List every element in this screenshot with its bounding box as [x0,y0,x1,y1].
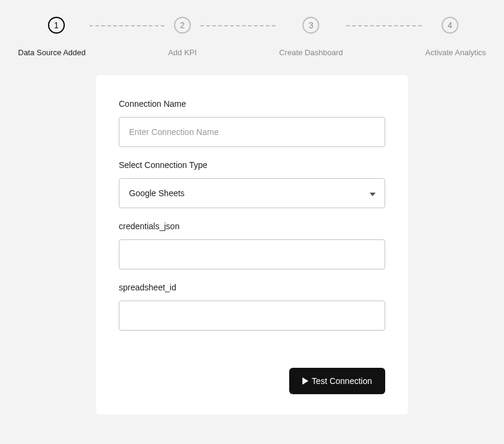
step-label-3: Create Dashboard [279,48,343,57]
step-circle-4: 4 [442,17,458,34]
form-actions: Test Connection [119,344,385,394]
connection-type-value: Google Sheets [129,188,185,198]
step-label-2: Add KPI [168,48,197,57]
connection-type-select[interactable]: Google Sheets [119,178,385,208]
field-connection-name: Connection Name [119,99,385,147]
step-connector [200,25,275,26]
step-connector [346,25,421,26]
step-label-4: Activate Analytics [425,48,486,57]
step-2: 2 Add KPI [168,17,197,57]
connection-name-input[interactable] [119,117,385,147]
credentials-json-label: credentials_json [119,221,385,231]
field-credentials-json: credentials_json [119,221,385,269]
connection-type-label: Select Connection Type [119,160,385,170]
play-icon [302,377,308,385]
step-connector [89,25,164,26]
form-card: Connection Name Select Connection Type G… [96,75,408,415]
step-4: 4 Activate Analytics [425,17,486,57]
connection-name-label: Connection Name [119,99,385,109]
credentials-json-input[interactable] [119,239,385,269]
step-circle-1: 1 [48,17,65,34]
stepper: 1 Data Source Added 2 Add KPI 3 Create D… [0,0,504,57]
step-circle-3: 3 [302,17,319,34]
spreadsheet-id-input[interactable] [119,301,385,331]
step-3: 3 Create Dashboard [279,17,343,57]
field-connection-type: Select Connection Type Google Sheets [119,160,385,208]
step-label-1: Data Source Added [18,48,86,57]
test-connection-label: Test Connection [312,376,372,386]
field-spreadsheet-id: spreadsheet_id [119,283,385,331]
step-circle-2: 2 [174,17,191,34]
step-1: 1 Data Source Added [18,17,86,57]
test-connection-button[interactable]: Test Connection [289,368,385,394]
spreadsheet-id-label: spreadsheet_id [119,283,385,292]
